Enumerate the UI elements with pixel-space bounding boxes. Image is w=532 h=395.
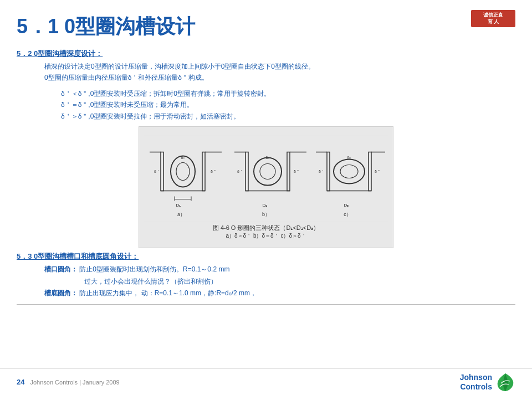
footer: 24 Johnson Controls | January 2009 Johns… bbox=[0, 368, 532, 395]
section-52-sub2: δ＇＝δ＂,0型圈安装时未受压缩；最为常用。 bbox=[61, 99, 515, 110]
section-52-sub1: δ＇＜δ＂,0型圈安装时受压缩；拆卸时0型圈有弹跳；常用于旋转密封。 bbox=[61, 88, 515, 99]
diagram-container: D₁ δ₀ δ＇ δ＂ a） D₂ δ₀ δ＇ δ＂ b） bbox=[17, 126, 515, 248]
slot-bottom-row: 槽底圆角： 防止出现应力集中， 动：R=0.1～1.0 mm，静:R=d₀/2 … bbox=[44, 288, 515, 300]
diagram-caption-sub: a）δ＜δ＇ b）δ＝δ＇ c）δ＞δ＇ bbox=[213, 232, 319, 240]
diagram-caption: 图 4-6 O 形圈的三种状态（D₁<D₂<D₃） a）δ＜δ＇ b）δ＝δ＇ … bbox=[213, 224, 319, 240]
slot-mouth-row1: 槽口圆角： 防止0型圈装配时出现划伤和刮伤。R=0.1～0.2 mm bbox=[44, 264, 515, 276]
section-53: 5．3 0型圈沟槽槽口和槽底圆角设计： 槽口圆角： 防止0型圈装配时出现划伤和刮… bbox=[17, 252, 515, 300]
diagram-box: D₁ δ₀ δ＇ δ＂ a） D₂ δ₀ δ＇ δ＂ b） bbox=[139, 126, 393, 248]
logo-top-box: 诚信正直 育 人 bbox=[471, 10, 515, 27]
svg-text:D₂: D₂ bbox=[263, 203, 268, 208]
svg-text:D₁: D₁ bbox=[176, 203, 181, 208]
svg-text:δ＇: δ＇ bbox=[319, 170, 325, 173]
diagram-caption-main: 图 4-6 O 形圈的三种状态（D₁<D₂<D₃） bbox=[213, 224, 319, 232]
jc-logo-text: Johnson Controls bbox=[460, 373, 492, 392]
page-number: 24 bbox=[17, 378, 24, 386]
svg-text:b）: b） bbox=[262, 212, 270, 217]
section-52: 5．2 0型圈沟槽深度设计： 槽深的设计决定0型圈的设计压缩量，沟槽深度加上间隙… bbox=[17, 49, 515, 122]
slot-mouth-row2: 过大，过小会出现什么情况？（挤出和割伤） bbox=[84, 276, 515, 288]
section-52-heading: 5．2 0型圈沟槽深度设计： bbox=[17, 49, 515, 59]
svg-text:δ₀: δ₀ bbox=[347, 156, 351, 160]
logo-top: 诚信正直 育 人 bbox=[471, 10, 515, 43]
section-53-body: 槽口圆角： 防止0型圈装配时出现划伤和刮伤。R=0.1～0.2 mm 过大，过小… bbox=[44, 264, 515, 300]
svg-text:c）: c） bbox=[344, 212, 351, 217]
main-content: 5．2 0型圈沟槽深度设计： 槽深的设计决定0型圈的设计压缩量，沟槽深度加上间隙… bbox=[0, 49, 532, 300]
svg-text:δ＂: δ＂ bbox=[294, 170, 300, 173]
jc-logo-johnson: Johnson bbox=[460, 373, 492, 382]
svg-text:δ＇: δ＇ bbox=[237, 170, 243, 173]
svg-text:δ₀: δ₀ bbox=[181, 156, 185, 160]
section-52-sub3: δ＇＞δ＂,0型圈安装时受拉伸；用于滑动密封，如活塞密封。 bbox=[61, 111, 515, 122]
johnson-controls-leaf-icon bbox=[495, 372, 515, 392]
footer-logo: Johnson Controls bbox=[460, 372, 515, 392]
jc-logo-controls: Controls bbox=[460, 382, 492, 392]
section-52-body: 槽深的设计决定0型圈的设计压缩量，沟槽深度加上间隙小于0型圈自由状态下0型圈的线… bbox=[44, 61, 515, 84]
svg-text:D₃: D₃ bbox=[344, 203, 349, 208]
footer-divider bbox=[17, 304, 515, 305]
page-title: 5．1 0型圈沟槽设计 bbox=[17, 13, 195, 40]
footer-company-text: Johnson Controls | January 2009 bbox=[30, 379, 119, 386]
section-53-heading: 5．3 0型圈沟槽槽口和槽底圆角设计： bbox=[17, 252, 515, 261]
svg-text:δ₀: δ₀ bbox=[266, 156, 270, 160]
svg-text:δ＂: δ＂ bbox=[375, 170, 381, 173]
svg-rect-0 bbox=[144, 136, 388, 222]
svg-text:a）: a） bbox=[177, 212, 185, 217]
svg-text:δ＇: δ＇ bbox=[154, 170, 160, 173]
footer-left: 24 Johnson Controls | January 2009 bbox=[17, 378, 120, 386]
svg-text:δ＂: δ＂ bbox=[211, 170, 217, 173]
diagram-svg: D₁ δ₀ δ＇ δ＂ a） D₂ δ₀ δ＇ δ＂ b） bbox=[144, 134, 388, 223]
header: 5．1 0型圈沟槽设计 诚信正直 育 人 bbox=[0, 0, 532, 49]
